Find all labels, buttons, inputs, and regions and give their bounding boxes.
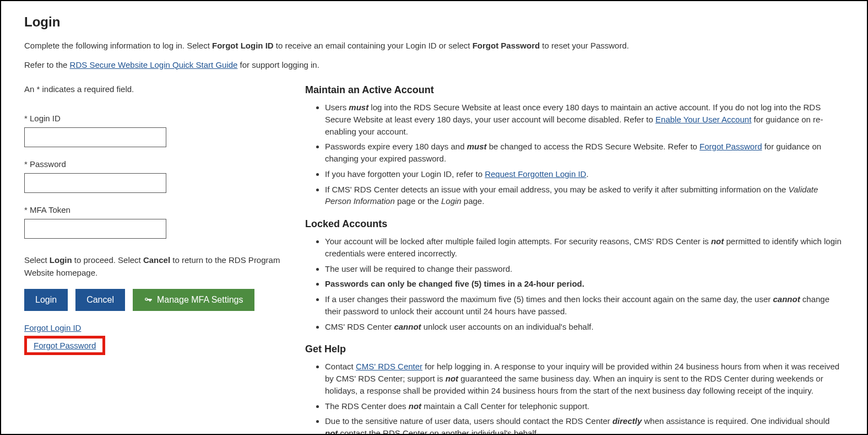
list-item: If you have forgotten your Login ID, ref… <box>325 168 844 180</box>
intro-line-2: Refer to the RDS Secure Website Login Qu… <box>24 59 844 72</box>
forgot-password-link[interactable]: Forgot Password <box>34 341 96 350</box>
cms-rds-center-link[interactable]: CMS' RDS Center <box>356 362 422 371</box>
locked-heading: Locked Accounts <box>305 218 844 230</box>
intro-text: Refer to the <box>24 60 70 69</box>
text: Due to the sensitive nature of user data… <box>325 416 612 426</box>
maintain-heading: Maintain an Active Account <box>305 84 844 96</box>
text: page. <box>462 196 485 206</box>
proceed-text: Select <box>24 255 50 265</box>
forgot-password-highlight: Forgot Password <box>24 336 105 355</box>
text: Contact <box>325 362 356 371</box>
emphasis: not <box>446 374 458 383</box>
login-id-label: * Login ID <box>24 114 289 123</box>
list-item: Users must log into the RDS Secure Websi… <box>325 101 844 137</box>
manage-mfa-button[interactable]: Manage MFA Settings <box>133 289 254 311</box>
intro-line-1: Complete the following information to lo… <box>24 40 844 52</box>
login-id-input[interactable] <box>24 127 166 147</box>
text: be changed to access the RDS Secure Webs… <box>486 142 699 151</box>
intro-text: to receive an email containing your Logi… <box>274 41 473 50</box>
intro-bold-forgot-password: Forgot Password <box>473 41 540 50</box>
list-item: CMS' RDS Center cannot unlock user accou… <box>325 321 844 333</box>
emphasis: must <box>467 142 487 151</box>
proceed-text: to proceed. Select <box>72 255 143 265</box>
emphasis: cannot <box>773 294 800 304</box>
emphasis: not <box>325 428 338 435</box>
text: page or the <box>395 196 441 206</box>
cancel-button[interactable]: Cancel <box>75 289 125 311</box>
mfa-token-label: * MFA Token <box>24 205 289 214</box>
request-login-id-link[interactable]: Request Forgotten Login ID <box>485 169 586 179</box>
text: Passwords expire every 180 days and <box>325 142 467 151</box>
key-icon <box>144 296 153 304</box>
intro-bold-forgot-login: Forgot Login ID <box>212 41 274 50</box>
intro-text: Complete the following information to lo… <box>24 41 212 50</box>
text: unlock user accounts on an individual's … <box>421 322 594 331</box>
proceed-bold-cancel: Cancel <box>143 255 170 265</box>
text: If you have forgotten your Login ID, ref… <box>325 169 485 179</box>
page-title: Login <box>24 14 844 30</box>
mfa-token-input[interactable] <box>24 219 166 239</box>
intro-text: to reset your Password. <box>540 41 629 50</box>
emphasis: not <box>711 237 724 246</box>
text: when assistance is required. One individ… <box>642 416 829 426</box>
text: Users <box>325 103 349 112</box>
quick-start-guide-link[interactable]: RDS Secure Website Login Quick Start Gui… <box>70 60 238 69</box>
text: . <box>586 169 588 179</box>
list-item: Contact CMS' RDS Center for help logging… <box>325 361 844 396</box>
text: If CMS' RDS Center detects an issue with… <box>325 185 789 194</box>
text: CMS' RDS Center <box>325 322 394 331</box>
list-item: Passwords expire every 180 days and must… <box>325 141 844 165</box>
list-item: Passwords can only be changed five (5) t… <box>325 278 844 290</box>
emphasis: cannot <box>394 322 421 331</box>
password-label: * Password <box>24 159 289 169</box>
list-item: Your account will be locked after multip… <box>325 235 844 260</box>
emphasis: directly <box>612 416 642 426</box>
list-item: If CMS' RDS Center detects an issue with… <box>325 184 844 208</box>
manage-mfa-label: Manage MFA Settings <box>157 295 243 305</box>
forgot-login-id-link[interactable]: Forgot Login ID <box>24 323 81 332</box>
list-item: The RDS Center does not maintain a Call … <box>325 400 844 412</box>
enable-account-link[interactable]: Enable Your User Account <box>655 115 751 124</box>
get-help-heading: Get Help <box>305 343 844 355</box>
list-item: The user will be required to change thei… <box>325 263 844 275</box>
text: contact the RDS Center on another indivi… <box>338 428 539 435</box>
emphasis: Passwords can only be changed five (5) t… <box>325 279 584 288</box>
text: maintain a Call Center for telephonic su… <box>421 401 589 411</box>
emphasis: must <box>349 103 368 112</box>
text: If a user changes their password the max… <box>325 294 773 304</box>
emphasis: Login <box>441 196 462 206</box>
password-input[interactable] <box>24 173 166 193</box>
login-button[interactable]: Login <box>24 289 68 311</box>
text: Your account will be locked after multip… <box>325 237 711 246</box>
required-note: An * indicates a required field. <box>24 84 289 94</box>
proceed-note: Select Login to proceed. Select Cancel t… <box>24 254 289 279</box>
list-item: If a user changes their password the max… <box>325 293 844 318</box>
intro-text: for support logging in. <box>237 60 319 69</box>
list-item: Due to the sensitive nature of user data… <box>325 415 844 435</box>
emphasis: not <box>409 401 421 411</box>
proceed-bold-login: Login <box>50 255 72 265</box>
forgot-password-help-link[interactable]: Forgot Password <box>699 142 762 151</box>
text: The RDS Center does <box>325 401 409 411</box>
